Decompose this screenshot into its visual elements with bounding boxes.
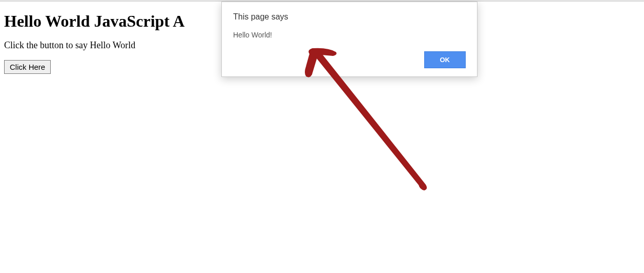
alert-title: This page says <box>233 12 466 22</box>
ok-button[interactable]: OK <box>424 51 466 68</box>
alert-message: Hello World! <box>233 31 466 39</box>
alert-dialog: This page says Hello World! OK <box>221 2 477 77</box>
click-here-button[interactable]: Click Here <box>4 60 51 74</box>
alert-button-row: OK <box>233 51 466 68</box>
